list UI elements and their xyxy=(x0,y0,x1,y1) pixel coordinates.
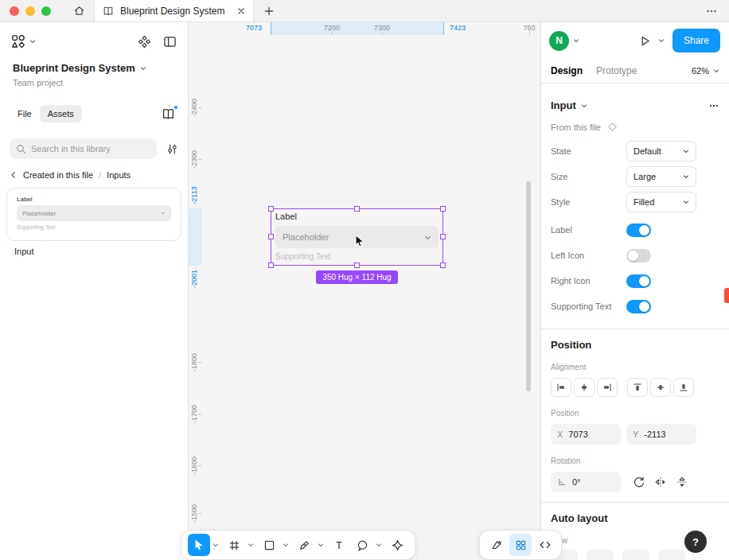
resize-handle[interactable] xyxy=(440,234,446,239)
filter-sliders-icon[interactable] xyxy=(166,143,178,155)
auto-layout-section-header: Auto layout xyxy=(551,512,719,524)
style-dropdown[interactable]: Filled xyxy=(626,192,696,212)
close-window-button[interactable] xyxy=(10,6,19,16)
dev-mode-toggle[interactable] xyxy=(509,534,532,556)
tab-assets[interactable]: Assets xyxy=(40,105,82,122)
tab-file[interactable]: File xyxy=(10,105,40,122)
ruler-label: -2400 xyxy=(189,92,198,124)
pen-tool[interactable] xyxy=(293,534,315,556)
shape-tool-chevron[interactable] xyxy=(281,534,290,556)
asset-card-input[interactable]: Label Placeholder Supporting Text xyxy=(6,188,181,241)
canvas[interactable]: 7073 7200 7300 7423 760 -2400 -2300 -211… xyxy=(189,22,540,560)
right-icon-toggle[interactable] xyxy=(626,274,651,288)
align-vertical-center-button[interactable] xyxy=(650,378,671,397)
file-name-button[interactable]: Blueprint Design System xyxy=(13,62,175,74)
state-dropdown[interactable]: Default xyxy=(626,141,696,161)
resize-handle[interactable] xyxy=(354,262,360,268)
pen-tool-chevron[interactable] xyxy=(316,534,325,556)
canvas-scrollbar[interactable] xyxy=(526,181,531,391)
chevron-down-icon xyxy=(424,234,431,241)
minimize-window-button[interactable] xyxy=(25,6,35,16)
chevron-left-icon[interactable] xyxy=(10,171,18,179)
share-button[interactable]: Share xyxy=(672,29,720,52)
window-more-button[interactable] xyxy=(694,0,729,21)
frame-tool[interactable] xyxy=(223,534,245,556)
dev-mode-toolbar xyxy=(479,530,562,560)
rotate-90-button[interactable] xyxy=(633,476,645,488)
frame-tool-chevron[interactable] xyxy=(246,534,255,556)
resize-handle[interactable] xyxy=(354,206,360,212)
zoom-control[interactable]: 62% xyxy=(692,66,719,76)
search-input[interactable] xyxy=(31,144,150,154)
preview-supporting-text: Supporting Text xyxy=(17,224,171,230)
flip-vertical-button[interactable] xyxy=(676,476,688,488)
align-bottom-button[interactable] xyxy=(673,378,694,397)
align-horizontal-center-button[interactable] xyxy=(574,378,595,397)
resize-handle[interactable] xyxy=(440,262,446,268)
comment-tool[interactable] xyxy=(351,534,373,556)
code-icon[interactable] xyxy=(534,534,556,556)
new-tab-button[interactable] xyxy=(254,0,284,21)
flow-horizontal-button[interactable] xyxy=(587,550,614,560)
chevron-down-icon xyxy=(683,148,689,154)
align-left-button[interactable] xyxy=(551,378,571,397)
search-icon xyxy=(16,144,26,154)
close-tab-icon[interactable] xyxy=(237,7,245,15)
ruler-label: -1600 xyxy=(189,450,198,482)
library-search[interactable] xyxy=(10,138,157,159)
rotation-field[interactable] xyxy=(551,472,621,492)
zoom-window-button[interactable] xyxy=(41,6,51,16)
home-button[interactable] xyxy=(64,0,94,21)
shape-tool[interactable] xyxy=(258,534,280,556)
chevron-down-icon[interactable] xyxy=(658,37,665,44)
flip-horizontal-button[interactable] xyxy=(654,476,667,488)
y-position-input[interactable] xyxy=(644,430,690,439)
resize-handle[interactable] xyxy=(268,206,274,212)
actions-sparkle-tool[interactable] xyxy=(386,534,408,556)
supporting-text-toggle[interactable] xyxy=(626,300,651,313)
resize-handle[interactable] xyxy=(268,262,274,268)
position-label: Position xyxy=(551,409,719,418)
prop-label-state: State xyxy=(551,146,626,156)
move-tool[interactable] xyxy=(188,534,210,556)
align-right-button[interactable] xyxy=(597,378,618,397)
size-dropdown[interactable]: Large xyxy=(626,166,696,187)
y-position-field[interactable]: Y xyxy=(626,424,696,445)
comment-tool-chevron[interactable] xyxy=(374,534,383,556)
flow-wrap-button[interactable] xyxy=(622,550,649,560)
layout-panels-icon[interactable] xyxy=(163,35,177,49)
help-button[interactable]: ? xyxy=(684,531,707,553)
draw-brush-tool[interactable] xyxy=(485,534,507,556)
angle-icon xyxy=(557,477,567,487)
resize-handle[interactable] xyxy=(268,234,274,239)
tab-prototype[interactable]: Prototype xyxy=(596,65,637,76)
align-top-button[interactable] xyxy=(627,378,648,397)
tab-design[interactable]: Design xyxy=(551,65,583,76)
ellipsis-icon xyxy=(705,5,718,18)
main-menu-button[interactable] xyxy=(11,34,36,49)
horizontal-ruler: 7073 7200 7300 7423 760 xyxy=(189,22,540,35)
component-section-header[interactable]: Input xyxy=(551,99,587,111)
chevron-down-icon[interactable] xyxy=(573,37,579,44)
ruler-label: 760 xyxy=(513,24,540,32)
component-more-button[interactable] xyxy=(708,100,719,111)
x-position-input[interactable] xyxy=(568,430,614,439)
component-library-icon[interactable] xyxy=(138,35,151,49)
flow-grid-button[interactable] xyxy=(658,550,685,560)
label-toggle[interactable] xyxy=(626,224,651,237)
rotation-input[interactable] xyxy=(572,477,614,487)
resize-handle[interactable] xyxy=(440,206,446,212)
x-position-field[interactable]: X xyxy=(551,424,621,445)
component-source: From this file xyxy=(551,122,601,132)
ruler-selection-band xyxy=(271,22,443,35)
left-icon-toggle[interactable] xyxy=(626,249,651,262)
move-tool-chevron[interactable] xyxy=(211,534,220,556)
rotation-label: Rotation xyxy=(551,457,719,465)
breadcrumb-parent[interactable]: Created in this file xyxy=(23,170,93,180)
avatar[interactable]: N xyxy=(549,31,569,51)
present-button[interactable] xyxy=(639,35,651,47)
component-diamond-icon[interactable] xyxy=(607,122,618,132)
text-tool[interactable]: T xyxy=(328,534,350,556)
libraries-button[interactable] xyxy=(162,107,178,121)
file-tab[interactable]: Blueprint Design System xyxy=(94,0,254,21)
